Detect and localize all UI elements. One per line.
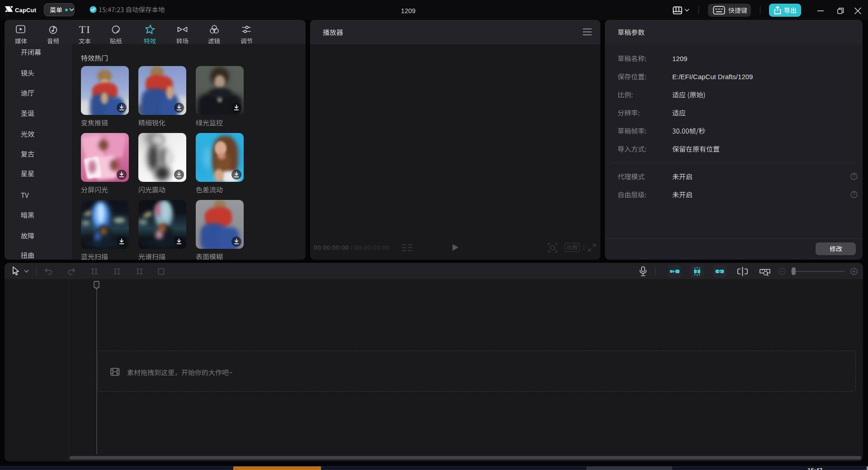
svg-text:?: ? bbox=[853, 192, 855, 197]
svg-text:?: ? bbox=[853, 174, 855, 179]
